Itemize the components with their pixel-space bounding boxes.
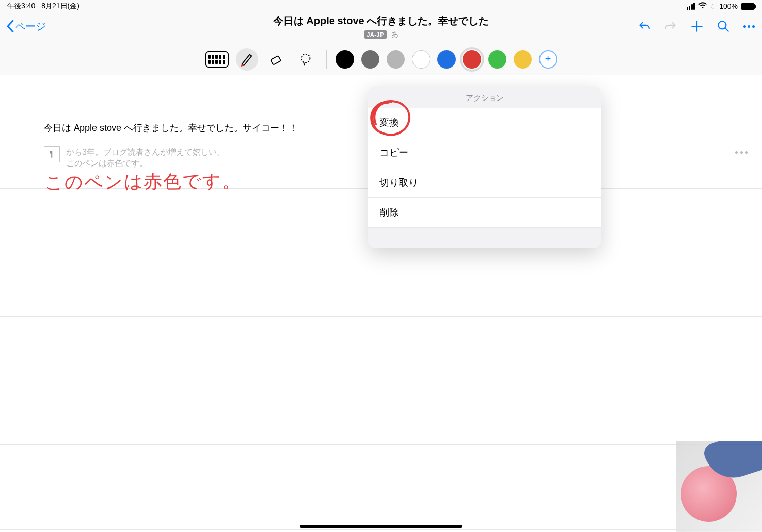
search-button[interactable] (717, 20, 730, 33)
battery-percent: 100% (719, 2, 738, 10)
popover-header: アクション (368, 86, 601, 108)
status-date: 8月21日(金) (41, 2, 79, 11)
color-swatches: + (336, 50, 557, 69)
undo-button[interactable] (638, 20, 651, 33)
language-hint: あ (391, 30, 398, 39)
more-button[interactable] (743, 25, 755, 28)
keyboard-tool[interactable] (205, 51, 229, 68)
status-bar: 午後3:40 8月21日(金) ☾ 100% (0, 0, 762, 12)
corner-watermark (676, 441, 762, 532)
color-swatch-green[interactable] (488, 50, 506, 69)
page-title: 今日は Apple stove へ行きました。幸せでした (273, 14, 489, 28)
line-more-button[interactable] (735, 151, 748, 154)
color-swatch-red[interactable] (463, 50, 481, 69)
nav-header: ページ 今日は Apple stove へ行きました。幸せでした JA-JP あ (0, 12, 762, 41)
add-button[interactable] (690, 20, 704, 33)
back-button[interactable]: ページ (6, 20, 46, 34)
pen-tool[interactable] (236, 48, 258, 71)
lasso-tool[interactable] (295, 48, 317, 71)
chevron-left-icon (6, 20, 14, 32)
color-swatch-white[interactable] (412, 50, 430, 69)
status-time: 午後3:40 (7, 2, 35, 11)
cellular-icon (687, 3, 695, 10)
home-indicator (300, 525, 462, 528)
action-cut[interactable]: 切り取り (368, 168, 601, 198)
handwritten-text: このペンは赤色です。 (45, 169, 241, 195)
language-badge[interactable]: JA-JP (364, 30, 387, 39)
dnd-moon-icon: ☾ (710, 3, 716, 10)
back-label: ページ (15, 20, 46, 34)
add-color-button[interactable]: + (539, 50, 557, 69)
action-popover: アクション 変換 コピー 切り取り 削除 (368, 86, 601, 248)
redo-button[interactable] (664, 20, 677, 33)
svg-point-2 (301, 54, 310, 62)
battery-icon (741, 3, 755, 10)
color-swatch-yellow[interactable] (514, 50, 532, 69)
color-swatch-black[interactable] (336, 50, 354, 69)
drawing-toolbar: + (0, 44, 762, 75)
color-swatch-blue[interactable] (437, 50, 456, 69)
svg-rect-1 (270, 55, 280, 64)
wifi-icon (698, 2, 707, 11)
action-convert[interactable]: 変換 (368, 108, 601, 138)
color-swatch-light-gray[interactable] (387, 50, 405, 69)
color-swatch-dark-gray[interactable] (361, 50, 379, 69)
typed-text-line: 今日は Apple stove へ行きました。幸せでした。サイコー！！ (44, 122, 298, 134)
action-delete[interactable]: 削除 (368, 198, 601, 228)
eraser-tool[interactable] (265, 48, 288, 71)
action-copy[interactable]: コピー (368, 138, 601, 168)
